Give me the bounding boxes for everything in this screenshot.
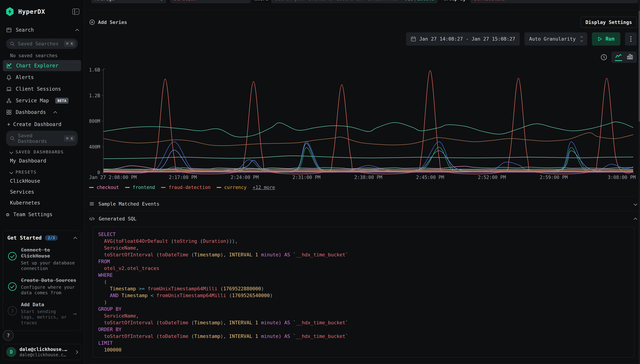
app-title: HyperDX <box>18 8 73 15</box>
shortcut-badge: ⌘ K <box>64 40 75 47</box>
lang-lucene[interactable]: Lucene <box>417 0 434 2</box>
legend-label: frontend <box>133 185 155 190</box>
line-chart-toggle[interactable] <box>615 54 622 61</box>
beta-badge: BETA <box>55 98 69 104</box>
chevron-down-icon <box>10 150 13 154</box>
where-label: Where <box>254 0 268 3</box>
sidebar-item-my-dashboard[interactable]: My Dashboard <box>0 155 84 166</box>
chevron-down-icon <box>160 0 163 1</box>
step-number: 3 <box>8 306 17 316</box>
sidebar-item-dashboards[interactable]: Dashboards <box>3 107 81 118</box>
aggregation-select[interactable]: Average <box>91 0 166 3</box>
user-menu[interactable]: D dale@clickhouse.… dale@clickhouse.c… <box>3 344 81 360</box>
display-settings-button[interactable]: Display Settings <box>581 17 637 28</box>
lucene-search-input[interactable]: Search your events w/ Lucene ex: ColumnA… <box>271 0 437 3</box>
create-dashboard-button[interactable]: + Create Dashboard <box>0 118 84 130</box>
series-more-2 <box>103 156 633 158</box>
svg-text:3:08:00 PM: 3:08:00 PM <box>608 175 636 180</box>
svg-text:0: 0 <box>97 170 100 175</box>
calendar-icon <box>411 36 416 42</box>
section-label: SAVED DASHBOARDS <box>16 150 64 154</box>
list-icon <box>89 201 95 206</box>
field-input[interactable]: Duration <box>170 0 251 3</box>
step-title: Add Data <box>21 302 69 308</box>
sample-matched-events-header[interactable]: Sample Matched Events <box>89 196 637 211</box>
svg-text:2:45:00 PM: 2:45:00 PM <box>416 175 444 180</box>
sidebar-item-service-map[interactable]: Service Map BETA <box>3 95 81 106</box>
more-options-button[interactable] <box>625 32 637 46</box>
group-by-input[interactable]: ServiceName <box>470 0 638 3</box>
help-button[interactable]: ? <box>3 330 14 341</box>
date-range-input[interactable]: Jan 27 14:08:27 - Jan 27 15:08:27 <box>406 32 520 46</box>
search-icon <box>10 136 15 141</box>
legend-item[interactable]: frontend <box>125 185 155 190</box>
saved-searches-input[interactable]: Saved Searches ⌘ K <box>6 38 78 49</box>
section-title: Sample Matched Events <box>98 201 159 207</box>
chevron-up-icon[interactable] <box>75 29 79 32</box>
bell-icon <box>6 74 12 80</box>
sidebar-item-preset[interactable]: ClickHouse <box>0 176 84 186</box>
get-started-step[interactable]: Connect to ClickHouseSet up your databas… <box>7 247 77 271</box>
svg-text:400M: 400M <box>89 144 100 150</box>
sidebar-item-chart-explorer[interactable]: Chart Explorer <box>3 60 81 71</box>
svg-text:2:31:00 PM: 2:31:00 PM <box>292 175 321 180</box>
legend-swatch <box>89 187 94 188</box>
scrollbar-thumb[interactable] <box>638 11 640 122</box>
series-more-7 <box>103 170 633 170</box>
plus-circle-icon <box>89 19 95 25</box>
chevron-up-icon[interactable] <box>73 237 77 240</box>
sidebar-item-label: Search <box>16 27 34 33</box>
series-frontend <box>103 122 633 137</box>
legend-label: fraud-detection <box>169 185 211 190</box>
sidebar-item-label: Service Map <box>16 98 49 104</box>
chevron-up-icon[interactable] <box>53 111 57 115</box>
legend-more-link[interactable]: +12 more <box>253 185 275 190</box>
sidebar-item-preset[interactable]: Services <box>0 186 84 198</box>
time-format-icon[interactable] <box>600 54 607 61</box>
chevron-down-icon <box>10 170 13 174</box>
get-started-step[interactable]: Create Data SourcesConfigure where your … <box>7 277 77 296</box>
group-by-label: Group By <box>443 0 466 3</box>
sidebar-item-client-sessions[interactable]: Client Sessions <box>3 84 81 94</box>
sidebar-item-alerts[interactable]: Alerts <box>3 72 81 83</box>
generated-sql-header[interactable]: Generated SQL <box>89 211 637 226</box>
section-label: PRESETS <box>16 170 37 174</box>
legend-item[interactable]: currency <box>217 185 247 190</box>
generated-sql-code[interactable]: SELECT AVG(toFloat64OrDefault (toString … <box>93 227 634 358</box>
legend-label: currency <box>224 185 247 190</box>
bar-chart-toggle[interactable] <box>627 53 633 61</box>
legend-swatch <box>217 187 221 188</box>
legend-swatch <box>161 187 166 188</box>
select-chevrons-icon <box>581 36 582 42</box>
add-series-button[interactable]: Add Series <box>89 19 127 25</box>
sidebar-item-search[interactable]: Search <box>0 24 84 36</box>
sidebar-item-team-settings[interactable]: ⚙ Team Settings <box>0 208 84 220</box>
sidebar-item-preset[interactable]: Kubernetes <box>0 198 84 208</box>
add-series-label: Add Series <box>98 20 127 25</box>
sidebar-item-label: Chart Explorer <box>16 63 58 69</box>
date-range-value: Jan 27 14:08:27 - Jan 27 15:08:27 <box>419 36 515 42</box>
saved-dashboards-input[interactable]: Saved Dashboards ⌘ K <box>6 131 78 146</box>
progress-badge: 2/3 <box>45 235 58 241</box>
sidebar-item-label: Alerts <box>16 74 34 80</box>
series-more-3 <box>103 142 633 171</box>
saved-dashboards-section-toggle[interactable]: SAVED DASHBOARDS <box>0 146 84 155</box>
series-fraud-detection <box>103 70 633 174</box>
legend-item[interactable]: fraud-detection <box>161 185 211 190</box>
run-button[interactable]: Run <box>592 32 620 46</box>
svg-text:2:24:00 PM: 2:24:00 PM <box>231 175 259 180</box>
get-started-step[interactable]: 3Add DataStart sending logs, metrics, or… <box>7 302 77 326</box>
bar-chart-icon <box>627 53 633 60</box>
sidebar-item-label: Client Sessions <box>16 86 61 92</box>
scrollbar-track[interactable] <box>638 0 640 364</box>
sidebar-collapse-icon[interactable]: ‹ <box>73 8 79 15</box>
timeseries-chart[interactable]: 0400M800M1.2B1.6BJan 27 2:08:00 PM2:17:0… <box>89 67 637 183</box>
service-map-icon <box>6 98 12 104</box>
svg-text:800M: 800M <box>89 118 100 124</box>
series-more-6 <box>103 169 633 169</box>
granularity-select[interactable]: Auto Granularity <box>524 32 587 46</box>
legend-item[interactable]: checkout <box>89 185 119 190</box>
presets-section-toggle[interactable]: PRESETS <box>0 166 84 176</box>
lang-sql[interactable]: SQL <box>404 0 413 2</box>
step-description: Set up your database connection <box>21 260 77 272</box>
